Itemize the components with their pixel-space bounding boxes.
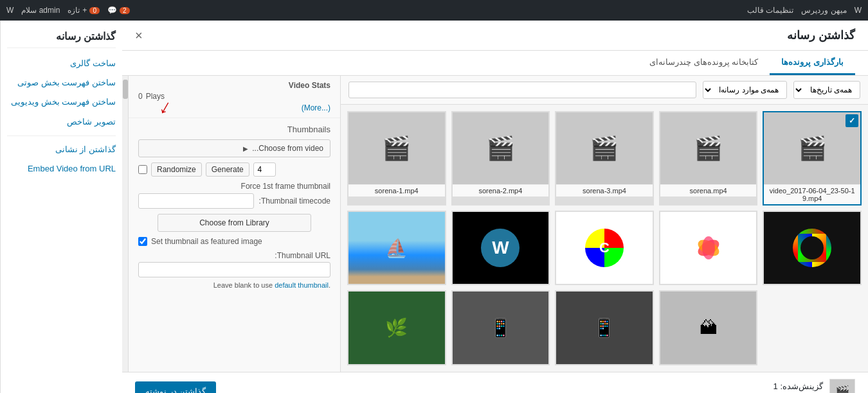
media-item-partial[interactable]: 🏔 (659, 290, 758, 365)
svg-point-2 (702, 236, 715, 259)
more-stats-link[interactable]: (...More) (302, 103, 330, 112)
sidebar-link-embed[interactable]: Embed Video from URL (7, 163, 116, 175)
sidebar-divider (7, 135, 116, 136)
modal-header: × گذاشتن رسانه (122, 21, 868, 51)
scroll-thumb (123, 80, 128, 99)
media-toolbar: همه‌ی تاریخ‌ها همه‌ی موارد رسانه‌ا (341, 76, 868, 105)
default-thumbnail-link[interactable]: default thumbnail (275, 281, 329, 289)
media-thumb-phone1: 📱 (453, 292, 549, 363)
comments[interactable]: 💬 2 (107, 6, 130, 15)
media-item-boat[interactable]: ⛵ (347, 211, 446, 285)
media-item-sorena3[interactable]: 🎬 sorena-3.mp4 (555, 111, 654, 205)
selected-thumb-icon: 🎬 (835, 385, 849, 393)
media-filename-selected: video_2017-06-04_23-50-19.mp4 (764, 184, 860, 204)
thumbnail-url-input[interactable] (138, 262, 330, 277)
modal-close-button[interactable]: × (135, 29, 143, 42)
sidebar-link-gallery[interactable]: ساخت گالری (7, 58, 116, 69)
media-thumb-sorena2: 🎬 (453, 112, 549, 184)
plays-value: 0 (138, 92, 143, 101)
media-item-wordpress[interactable]: W (451, 211, 550, 285)
choose-from-video-button[interactable]: Choose from video... ▶ (138, 139, 330, 157)
timecode-row: Thumbnail timecode: (138, 193, 330, 209)
media-item-circle[interactable] (763, 211, 862, 285)
leaf-icon (689, 229, 728, 267)
green-nature-icon: 🌿 (385, 317, 408, 338)
type-filter-select[interactable]: همه‌ی موارد رسانه‌ا (703, 81, 787, 99)
insert-button[interactable]: گذاشتن در نوشته (135, 381, 216, 393)
generate-button[interactable]: Generate (206, 162, 249, 177)
wp-logo: W (6, 6, 14, 15)
video-file-icon-2: 🎬 (486, 135, 515, 162)
thumbnails-label: Thumbnails (138, 125, 330, 134)
site-name[interactable]: سلام admin (21, 6, 60, 15)
media-item-leaf[interactable] (659, 211, 758, 285)
media-item-green[interactable]: 🌿 (347, 290, 446, 365)
media-item-phone2[interactable]: 📱 (555, 290, 654, 365)
media-search-input[interactable] (348, 82, 696, 98)
modal-footer: گذاشتن در نوشته 🎬 گزینش‌شده: 1 پاکسازی (122, 372, 868, 393)
force-frame-label: Force 1st frame thumbnail (138, 182, 330, 191)
video-file-icon-3: 🎬 (590, 135, 619, 162)
video-file-icon-5: 🎬 (798, 135, 827, 162)
media-filename-sorena: sorena.mp4 (660, 184, 757, 197)
modal-tabs: بارگذاری پرونده‌ها کتابخانه پرونده‌های چ… (122, 51, 868, 76)
media-item-color-c[interactable]: C (555, 211, 654, 285)
tab-library[interactable]: کتابخانه پرونده‌های چندرسانه‌ای (638, 51, 770, 75)
media-thumb-sorena3: 🎬 (556, 112, 653, 184)
default-thumb-note: .Leave blank to use default thumbnail (138, 281, 330, 289)
featured-row: Set thumbnail as featured image (138, 237, 330, 246)
media-thumb-wordpress: W (453, 212, 549, 284)
media-thumb-phone2: 📱 (556, 292, 653, 363)
tab-upload[interactable]: بارگذاری پرونده‌ها (770, 51, 855, 75)
media-thumb-sorena1: 🎬 (348, 112, 445, 184)
media-filename-sorena2: sorena-2.mp4 (453, 184, 549, 197)
timecode-label: Thumbnail timecode: (259, 197, 330, 205)
video-file-icon: 🎬 (382, 135, 411, 162)
modal-title: گذاشتن رسانه (787, 28, 855, 42)
choose-from-video-label: Choose from video... (252, 144, 323, 153)
randomize-row: Randomize Generate (138, 162, 330, 177)
page-wrapper: گذاشتن رسانه ساخت گالری ساختن فهرست بخش … (0, 21, 868, 393)
timecode-input[interactable] (138, 193, 254, 209)
featured-label: Set thumbnail as featured image (151, 237, 262, 246)
media-thumb-selected: 🎬 (764, 112, 860, 184)
video-stats-section: Video Stats Plays 0 (...More) (129, 76, 340, 118)
video-stats-title: Video Stats (138, 81, 330, 90)
media-item-phone1[interactable]: 📱 (451, 290, 550, 365)
choose-library-button[interactable]: Choose from Library (158, 214, 311, 232)
sidebar-link-audio-playlist[interactable]: ساختن فهرست بخش صوتی (7, 77, 116, 89)
media-item-sorena[interactable]: 🎬 sorena.mp4 (659, 111, 758, 205)
media-thumb-sorena: 🎬 (660, 112, 757, 184)
randomize-checkbox[interactable] (138, 165, 147, 174)
color-wheel-icon: C (585, 229, 624, 267)
sidebar-link-featured[interactable]: تصویر شاخص (7, 116, 116, 128)
thumbnail-url-label: Thumbnail URL: (138, 251, 330, 260)
thumbnails-section: Thumbnails Choose from video... ▶ Random… (129, 118, 340, 295)
wordpress-logo: W (481, 229, 520, 267)
selected-info: گزینش‌شده: 1 پاکسازی (773, 381, 823, 393)
modal-main: × گذاشتن رسانه بارگذاری پرونده‌ها کتابخا… (122, 21, 868, 393)
media-thumb-color-c: C (556, 212, 653, 284)
admin-bar-right: تنظیمات قالب میهن وردپرس W (747, 6, 862, 15)
new-item[interactable]: تازه + 0 (68, 6, 100, 15)
media-item-sorena2[interactable]: 🎬 sorena-2.mp4 (451, 111, 550, 205)
sidebar-link-video-playlist[interactable]: ساختن فهرست بخش ویدیویی (7, 96, 116, 108)
media-item-video-selected[interactable]: 🎬 video_2017-06-04_23-50-19.mp4 (763, 111, 862, 205)
selected-count-label: گزینش‌شده: 1 (773, 381, 823, 391)
media-thumb-green: 🌿 (348, 292, 445, 363)
sidebar-title: گذاشتن رسانه (7, 30, 116, 48)
user-name[interactable]: میهن وردپرس (801, 6, 846, 15)
featured-checkbox[interactable] (138, 237, 147, 246)
phone-icon: 📱 (489, 317, 512, 338)
admin-bar-left: W سلام admin تازه + 0 💬 2 (6, 6, 130, 15)
ring-icon (793, 229, 831, 267)
sidebar-link-url[interactable]: گذاشتن از نشانی (7, 144, 116, 155)
randomize-button[interactable]: Randomize (151, 162, 202, 177)
left-panel: ↓ Video Stats Plays 0 (...More) (129, 76, 341, 372)
scroll-indicator[interactable] (122, 76, 129, 372)
plays-row: Plays 0 (138, 92, 330, 101)
generate-count-input[interactable] (253, 162, 276, 177)
settings[interactable]: تنظیمات قالب (747, 6, 793, 15)
media-item-sorena1[interactable]: 🎬 sorena-1.mp4 (347, 111, 446, 205)
date-filter-select[interactable]: همه‌ی تاریخ‌ها (793, 81, 860, 99)
